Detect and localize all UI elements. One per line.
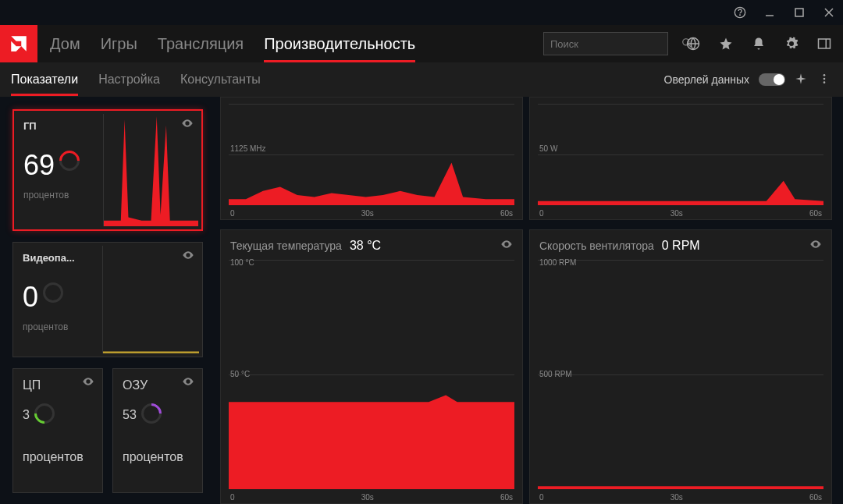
card-unit: процентов — [123, 450, 193, 464]
gauge-icon — [59, 151, 83, 174]
metrics-cards-column: ГП 69 процентов Видеопа... 0 — [0, 97, 209, 504]
bell-icon[interactable] — [751, 36, 767, 51]
sub-tab-metrics[interactable]: Показатели — [11, 73, 78, 87]
search-input[interactable] — [550, 38, 681, 50]
card-value: 0 — [23, 281, 38, 314]
chart-xlabels: 030s60s — [230, 493, 513, 502]
svg-point-15 — [823, 74, 826, 76]
nav-tabs: Дом Игры Трансляция Производительность — [50, 25, 415, 62]
svg-point-16 — [823, 78, 826, 80]
card-value: 53 — [123, 408, 137, 422]
eye-icon[interactable] — [182, 375, 194, 391]
search-box[interactable] — [543, 32, 668, 55]
card-value: 69 — [23, 149, 55, 182]
card-vram[interactable]: Видеопа... 0 процентов — [12, 242, 203, 357]
chart-temperature[interactable]: Текущая температура 38 °C 100 °C 50 °C 0… — [220, 229, 523, 504]
sidebar-icon[interactable] — [816, 36, 832, 51]
window-titlebar — [0, 0, 843, 25]
close-icon[interactable] — [821, 5, 837, 20]
card-sparkline — [102, 246, 199, 353]
nav-tab-games[interactable]: Игры — [101, 35, 137, 53]
card-title: Видеопа... — [23, 252, 90, 264]
sub-tab-tuning[interactable]: Настройка — [98, 73, 160, 87]
chart-ylabel: 500 RPM — [539, 370, 572, 378]
sparkle-icon[interactable] — [795, 73, 809, 87]
sub-nav: Показатели Настройка Консультанты Оверле… — [0, 62, 843, 97]
eye-icon[interactable] — [809, 238, 822, 254]
chart-power[interactable]: 50 W 030s60s — [529, 97, 832, 220]
card-value: 3 — [23, 408, 30, 422]
maximize-icon[interactable] — [791, 5, 807, 20]
nav-tab-streaming[interactable]: Трансляция — [158, 35, 244, 53]
chart-header-value: 38 °C — [350, 239, 381, 253]
overlay-label: Оверлей данных — [664, 73, 749, 86]
chart-xlabels: 030s60s — [539, 209, 822, 218]
chart-xlabels: 030s60s — [230, 209, 513, 218]
gear-icon[interactable] — [784, 36, 799, 51]
help-icon[interactable] — [732, 5, 748, 20]
card-ram[interactable]: ОЗУ 53 процентов — [112, 368, 203, 493]
svg-point-17 — [823, 81, 826, 83]
star-icon[interactable] — [718, 36, 734, 51]
chart-xlabels: 030s60s — [539, 493, 822, 502]
svg-marker-20 — [229, 162, 514, 205]
main-nav: Дом Игры Трансляция Производительность — [0, 25, 843, 62]
card-unit: процентов — [23, 321, 90, 332]
svg-rect-3 — [795, 9, 803, 16]
svg-marker-9 — [11, 41, 16, 51]
chart-header-label: Скорость вентилятора — [539, 240, 654, 252]
chart-header-value: 0 RPM — [662, 239, 700, 253]
charts-area: 1125 MHz 030s60s 50 W 030s60s — [209, 97, 843, 504]
eye-icon[interactable] — [82, 375, 94, 391]
overlay-toggle-group: Оверлей данных — [664, 73, 832, 87]
eye-icon[interactable] — [500, 238, 513, 254]
chart-clock[interactable]: 1125 MHz 030s60s — [220, 97, 523, 220]
chart-fan[interactable]: Скорость вентилятора 0 RPM 1000 RPM 500 … — [529, 229, 832, 504]
gauge-icon — [141, 403, 165, 427]
nav-icon-row — [685, 36, 832, 51]
nav-tab-performance[interactable]: Производительность — [264, 35, 415, 53]
more-icon[interactable] — [818, 73, 832, 87]
chart-ylabel: 1125 MHz — [230, 144, 266, 153]
card-unit: процентов — [23, 450, 93, 464]
gauge-icon — [34, 403, 58, 427]
web-icon[interactable] — [685, 36, 701, 51]
svg-marker-18 — [104, 116, 198, 226]
card-title: ГП — [23, 120, 91, 132]
chart-header-label: Текущая температура — [230, 240, 342, 252]
svg-rect-13 — [819, 39, 831, 48]
sub-tab-advisors[interactable]: Консультанты — [180, 73, 261, 87]
chart-ylabel: 1000 RPM — [539, 258, 576, 267]
overlay-toggle[interactable] — [759, 73, 785, 86]
card-cpu[interactable]: ЦП 3 процентов — [12, 368, 103, 493]
nav-tab-home[interactable]: Дом — [50, 35, 80, 53]
card-gpu[interactable]: ГП 69 процентов — [12, 109, 203, 231]
svg-marker-21 — [538, 181, 823, 205]
chart-ylabel: 50 W — [539, 144, 557, 153]
svg-marker-22 — [229, 395, 514, 489]
chart-ylabel: 100 °C — [230, 258, 254, 267]
gauge-icon — [43, 282, 66, 306]
chart-ylabel: 50 °C — [230, 370, 250, 378]
card-unit: процентов — [23, 190, 91, 201]
card-sparkline — [103, 114, 198, 226]
svg-point-1 — [740, 15, 741, 16]
minimize-icon[interactable] — [762, 5, 777, 20]
amd-logo-icon[interactable] — [0, 25, 37, 62]
